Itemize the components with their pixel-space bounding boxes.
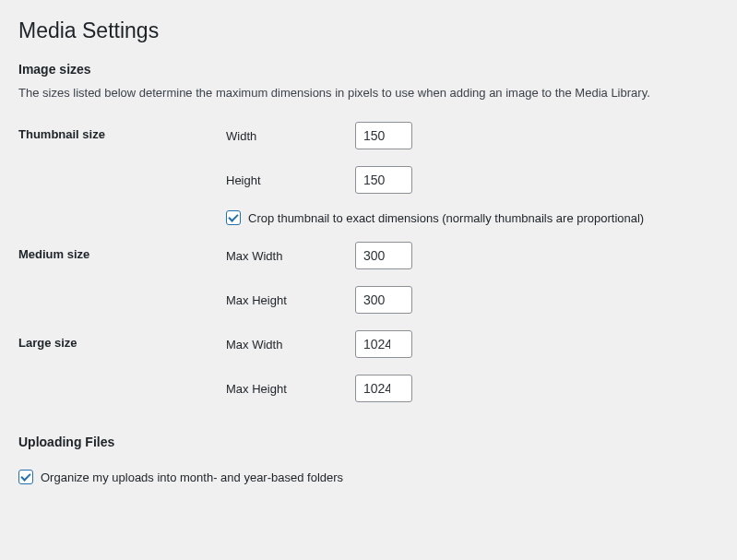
large-size-row: Large size Max Width Max Height <box>18 330 719 402</box>
thumbnail-size-row: Thumbnail size Width Height Crop thumbna… <box>18 122 719 225</box>
thumbnail-height-input[interactable] <box>355 166 412 194</box>
image-sizes-section: Image sizes The sizes listed below deter… <box>18 62 719 402</box>
thumbnail-width-line: Width <box>226 122 719 149</box>
uploading-files-section: Uploading Files Organize my uploads into… <box>18 435 719 484</box>
large-max-width-label: Max Width <box>226 338 355 351</box>
uploading-files-heading: Uploading Files <box>18 435 719 449</box>
large-max-width-input[interactable] <box>355 330 412 358</box>
medium-max-height-line: Max Height <box>226 286 719 314</box>
large-size-label: Large size <box>18 330 226 350</box>
thumbnail-width-label: Width <box>226 129 355 143</box>
medium-max-height-label: Max Height <box>226 293 355 307</box>
large-max-width-line: Max Width <box>226 330 719 358</box>
thumbnail-height-label: Height <box>226 173 355 187</box>
page-title: Media Settings <box>18 18 719 43</box>
thumbnail-crop-checkbox[interactable] <box>226 210 241 225</box>
organize-uploads-label[interactable]: Organize my uploads into month- and year… <box>41 471 343 484</box>
large-fields: Max Width Max Height <box>226 330 719 402</box>
organize-uploads-line: Organize my uploads into month- and year… <box>18 470 719 484</box>
thumbnail-width-input[interactable] <box>355 122 412 149</box>
thumbnail-size-label: Thumbnail size <box>18 122 226 141</box>
image-sizes-description: The sizes listed below determine the max… <box>18 86 719 100</box>
medium-size-label: Medium size <box>18 242 226 261</box>
large-max-height-line: Max Height <box>226 375 719 402</box>
medium-max-width-input[interactable] <box>355 242 412 269</box>
thumbnail-crop-label[interactable]: Crop thumbnail to exact dimensions (norm… <box>248 211 644 225</box>
thumbnail-height-line: Height <box>226 166 719 194</box>
large-max-height-input[interactable] <box>355 375 412 402</box>
medium-max-width-line: Max Width <box>226 242 719 269</box>
image-sizes-heading: Image sizes <box>18 62 719 77</box>
medium-max-width-label: Max Width <box>226 249 355 263</box>
medium-size-row: Medium size Max Width Max Height <box>18 242 719 314</box>
thumbnail-fields: Width Height Crop thumbnail to exact dim… <box>226 122 719 225</box>
thumbnail-crop-line: Crop thumbnail to exact dimensions (norm… <box>226 210 719 225</box>
medium-max-height-input[interactable] <box>355 286 412 314</box>
large-max-height-label: Max Height <box>226 382 355 396</box>
medium-fields: Max Width Max Height <box>226 242 719 314</box>
organize-uploads-checkbox[interactable] <box>18 470 33 484</box>
